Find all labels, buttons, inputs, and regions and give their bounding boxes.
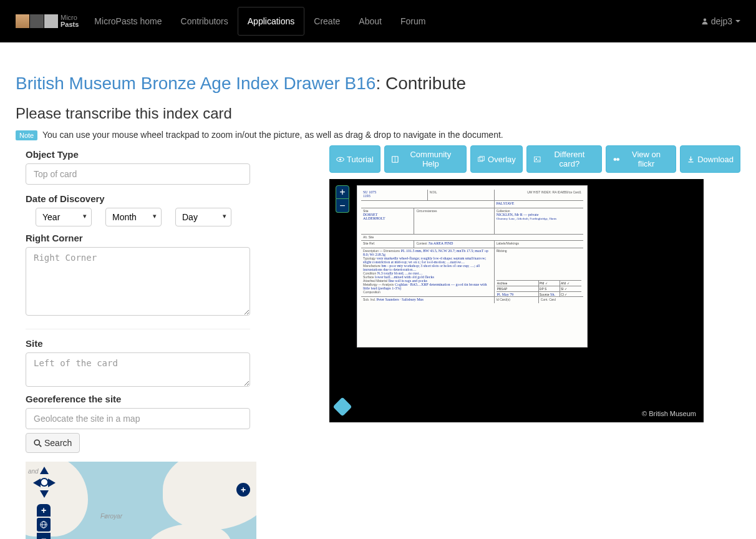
nav-about[interactable]: About bbox=[349, 1, 391, 41]
community-button[interactable]: Community Help bbox=[384, 145, 467, 173]
map-zoom-control: + − bbox=[37, 504, 51, 539]
site-label: Site bbox=[26, 338, 311, 349]
nav-contributors[interactable]: Contributors bbox=[172, 1, 238, 41]
pan-center-icon[interactable] bbox=[40, 478, 49, 487]
note-text: You can use your mouse wheel trackpad to… bbox=[42, 130, 503, 140]
viewer-zoom-in[interactable]: + bbox=[336, 185, 349, 199]
map-pan-control[interactable] bbox=[33, 467, 56, 499]
svg-point-15 bbox=[617, 158, 620, 161]
search-button[interactable]: Search bbox=[26, 433, 80, 453]
svg-point-1 bbox=[34, 440, 39, 445]
note-line: Note You can use your mouse wheel trackp… bbox=[16, 130, 740, 140]
map-zoom-out[interactable]: − bbox=[37, 533, 51, 539]
pan-up-icon[interactable] bbox=[40, 467, 49, 474]
search-icon bbox=[34, 439, 42, 447]
site-input[interactable] bbox=[26, 352, 250, 387]
pan-right-icon[interactable] bbox=[48, 478, 56, 487]
viewer-zoom-control: + − bbox=[336, 185, 349, 213]
caret-icon bbox=[735, 20, 740, 22]
page-title: British Museum Bronze Age Index Drawer B… bbox=[16, 74, 740, 94]
toolbar: Tutorial Community Help Overlay Differen… bbox=[329, 145, 740, 173]
eye-icon bbox=[336, 155, 344, 163]
nav-home[interactable]: MicroPasts home bbox=[85, 1, 171, 41]
different-button[interactable]: Different card? bbox=[526, 145, 602, 173]
download-button[interactable]: Download bbox=[680, 145, 740, 173]
brand-text: Micro Pasts bbox=[61, 14, 79, 28]
note-badge: Note bbox=[16, 130, 37, 140]
georef-input[interactable] bbox=[26, 408, 250, 429]
navbar: Micro Pasts MicroPasts home Contributors… bbox=[0, 0, 756, 42]
download-icon bbox=[687, 155, 695, 163]
svg-rect-10 bbox=[478, 157, 483, 162]
month-select[interactable]: Month bbox=[105, 208, 162, 226]
page-subtitle: Please transcribe this index card bbox=[16, 105, 740, 122]
brand-avatars bbox=[16, 14, 59, 28]
index-card: SU 10751193 NOIL UW HIST INDEX: RA IDA85… bbox=[357, 185, 588, 347]
title-suffix: : Contribute bbox=[376, 74, 466, 93]
image-viewer[interactable]: + − © British Museum SU 10751193 NOIL UW… bbox=[329, 179, 704, 422]
svg-rect-12 bbox=[534, 157, 540, 162]
svg-line-2 bbox=[39, 444, 41, 446]
georef-label: Georeference the site bbox=[26, 394, 311, 404]
brand[interactable]: Micro Pasts bbox=[16, 14, 79, 28]
tutorial-button[interactable]: Tutorial bbox=[329, 145, 380, 173]
user-icon bbox=[701, 17, 709, 25]
viewer-column: Tutorial Community Help Overlay Differen… bbox=[320, 145, 740, 539]
image-icon bbox=[533, 155, 541, 163]
map[interactable]: Føroyar Norge and + − + bbox=[26, 462, 256, 539]
user-menu[interactable]: dejp3 bbox=[701, 16, 740, 26]
right-corner-label: Right Corner bbox=[26, 233, 311, 243]
dots-icon bbox=[613, 155, 621, 163]
svg-rect-11 bbox=[480, 156, 484, 160]
map-zoom-in[interactable]: + bbox=[37, 504, 51, 517]
book-icon bbox=[391, 155, 399, 163]
map-add-marker[interactable]: + bbox=[236, 483, 250, 497]
map-zoom-world[interactable] bbox=[37, 518, 51, 532]
globe-icon bbox=[39, 520, 48, 529]
map-label: Føroyar bbox=[100, 513, 122, 520]
year-select[interactable]: Year bbox=[36, 208, 92, 226]
flickr-button[interactable]: View on flickr bbox=[606, 145, 676, 173]
nav-create[interactable]: Create bbox=[304, 1, 349, 41]
viewer-zoom-out[interactable]: − bbox=[336, 199, 349, 213]
layers-icon bbox=[477, 155, 485, 163]
viewer-credit: © British Museum bbox=[638, 409, 700, 419]
viewer-rotate-icon[interactable] bbox=[332, 397, 352, 416]
svg-point-7 bbox=[339, 158, 341, 160]
svg-point-0 bbox=[703, 19, 706, 22]
form-column: Object Type Date of Discovery Year Month… bbox=[16, 145, 320, 539]
noil-label: NOIL bbox=[430, 190, 437, 194]
nav-applications[interactable]: Applications bbox=[238, 7, 305, 36]
day-select[interactable]: Day bbox=[175, 208, 231, 226]
object-type-label: Object Type bbox=[26, 149, 311, 160]
pan-down-icon[interactable] bbox=[40, 490, 49, 498]
date-label: Date of Discovery bbox=[26, 193, 311, 204]
object-type-input[interactable] bbox=[26, 163, 250, 185]
nav-items: MicroPasts home Contributors Application… bbox=[85, 1, 435, 41]
user-name: dejp3 bbox=[711, 16, 732, 26]
divider bbox=[26, 329, 250, 329]
nav-forum[interactable]: Forum bbox=[391, 1, 435, 41]
svg-point-14 bbox=[614, 158, 617, 161]
overlay-button[interactable]: Overlay bbox=[470, 145, 523, 173]
title-link[interactable]: British Museum Bronze Age Index Drawer B… bbox=[16, 74, 376, 93]
right-corner-input[interactable] bbox=[26, 247, 250, 316]
